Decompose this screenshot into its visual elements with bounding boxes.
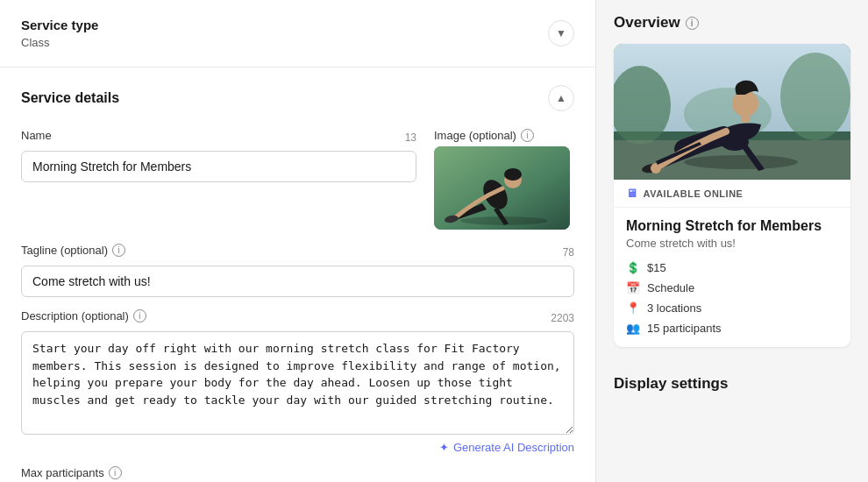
service-type-value: Class — [21, 36, 98, 49]
price-icon: 💲 — [626, 260, 640, 274]
overview-info-icon[interactable]: i — [686, 17, 699, 30]
overview-card: 🖥 AVAILABLE ONLINE Morning Stretch for M… — [614, 44, 850, 347]
name-input[interactable] — [21, 151, 416, 182]
overview-header: Overview i — [614, 14, 850, 32]
generate-ai-btn[interactable]: ✦ Generate AI Description — [439, 441, 574, 454]
name-col: Name 13 — [21, 129, 416, 230]
tagline-char-count: 78 — [563, 246, 574, 259]
participants-info-icon[interactable]: i — [109, 466, 122, 479]
chevron-down-icon: ▼ — [556, 27, 566, 39]
schedule-detail: 📅 Schedule — [626, 280, 838, 294]
name-char-count: 13 — [405, 131, 416, 144]
name-image-row: Name 13 Image (optional) i — [21, 129, 574, 230]
display-settings-section: Display settings — [596, 361, 868, 407]
overview-service-name: Morning Stretch for Members — [626, 218, 838, 234]
description-char-count: 2203 — [551, 312, 574, 324]
svg-point-17 — [651, 163, 661, 174]
locations-value: 3 locations — [647, 301, 701, 315]
participants-icon: 👥 — [626, 321, 640, 335]
image-label: Image (optional) i — [434, 129, 574, 142]
description-info-icon[interactable]: i — [133, 309, 146, 323]
max-participants-group: Max participants i 15 Participants ▲ ▼ — [21, 466, 574, 483]
image-preview[interactable] — [434, 146, 570, 230]
overview-title: Overview — [614, 14, 680, 32]
calendar-icon: 📅 — [626, 280, 640, 294]
price-value: $15 — [647, 261, 666, 274]
overview-tagline: Come stretch with us! — [626, 237, 838, 250]
tagline-input[interactable] — [21, 266, 574, 297]
right-panel: Overview i — [596, 0, 868, 482]
service-details-header: Service details ▲ — [21, 85, 574, 111]
overview-card-body: Morning Stretch for Members Come stretch… — [614, 208, 850, 347]
overview-section: Overview i — [596, 0, 868, 361]
image-col: Image (optional) i — [434, 129, 574, 230]
locations-detail: 📍 3 locations — [626, 301, 838, 315]
description-textarea[interactable]: Start your day off right with our mornin… — [21, 331, 574, 435]
available-online-label: AVAILABLE ONLINE — [644, 188, 743, 199]
generate-ai-row: ✦ Generate AI Description — [21, 441, 574, 454]
stretch-svg — [434, 146, 570, 230]
service-type-collapse-btn[interactable]: ▼ — [548, 20, 574, 46]
svg-rect-16 — [741, 112, 750, 123]
overview-hero-image — [614, 44, 850, 180]
service-type-section: Service type Class ▼ — [0, 0, 595, 67]
hero-svg — [614, 44, 850, 180]
overview-details: 💲 $15 📅 Schedule 📍 3 locations 👥 15 part… — [626, 260, 838, 335]
chevron-up-icon: ▲ — [556, 92, 566, 104]
left-panel: Service type Class ▼ Service details ▲ N… — [0, 0, 596, 482]
max-participants-label-wrap: Max participants i — [21, 466, 574, 479]
schedule-value: Schedule — [647, 281, 694, 294]
service-details-collapse-btn[interactable]: ▲ — [548, 85, 574, 111]
stretch-image — [434, 146, 570, 230]
image-info-icon[interactable]: i — [521, 129, 534, 142]
available-online-badge: 🖥 AVAILABLE ONLINE — [614, 180, 850, 208]
description-group: Description (optional) i 2203 Start your… — [21, 309, 574, 454]
service-type-content: Service type Class — [21, 18, 98, 49]
location-icon: 📍 — [626, 301, 640, 315]
display-settings-title: Display settings — [614, 375, 850, 393]
name-label: Name — [21, 129, 52, 142]
tagline-label-wrap: Tagline (optional) i — [21, 244, 125, 257]
service-type-label: Service type — [21, 18, 98, 32]
description-label-wrap: Description (optional) i — [21, 309, 146, 323]
tagline-info-icon[interactable]: i — [112, 244, 125, 257]
tagline-group: Tagline (optional) i 78 — [21, 244, 574, 297]
svg-point-4 — [504, 168, 522, 181]
service-details-section: Service details ▲ Name 13 Image (optiona… — [0, 67, 595, 482]
monitor-icon: 🖥 — [626, 187, 638, 200]
svg-point-12 — [684, 155, 798, 169]
service-details-title: Service details — [21, 90, 119, 106]
price-detail: 💲 $15 — [626, 260, 838, 274]
participants-count: 15 participants — [647, 322, 722, 335]
participants-detail: 👥 15 participants — [626, 321, 838, 335]
sparkle-icon: ✦ — [439, 441, 449, 454]
svg-point-9 — [780, 53, 850, 140]
